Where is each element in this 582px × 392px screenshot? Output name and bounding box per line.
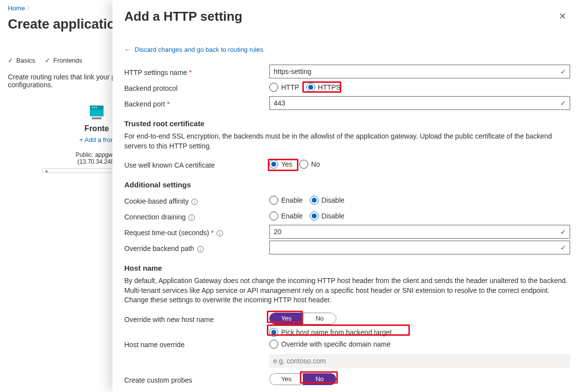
section-trusted-desc: For end-to-end SSL encryption, the backe… [124,132,570,151]
label-host-override: Host name override [124,328,269,349]
close-icon: ✕ [559,11,566,21]
protocol-https-radio[interactable]: HTTPS [306,83,341,92]
protocol-http-radio[interactable]: HTTP [269,83,299,92]
http-setting-form: HTTP settings name * Backend protocol HT… [124,64,570,387]
ca-no-radio[interactable]: No [299,160,320,169]
override-path-input[interactable] [269,241,570,254]
close-button[interactable]: ✕ [555,9,570,24]
section-hostname-heading: Host name [124,264,570,272]
label-override-path: Override backend path [124,245,194,252]
panel-title: Add a HTTP setting [124,9,242,24]
cookie-disable-radio[interactable]: Disable [310,196,345,205]
pick-backend-radio[interactable]: Pick host name from backend target [269,328,392,337]
check-icon [45,57,50,64]
label-cookie: Cookie-based affinity [124,197,188,205]
label-drain: Connection draining [124,213,186,221]
drain-enable-radio[interactable]: Enable [269,212,303,220]
label-timeout: Request time-out (seconds) [124,229,209,237]
breadcrumb[interactable]: Home 〉 [8,4,33,12]
http-setting-panel: Add a HTTP setting ✕ ← Discard changes a… [112,0,582,392]
arrow-left-icon: ← [124,46,131,53]
discard-text: Discard changes and go back to routing r… [135,46,263,53]
custom-probes-yes[interactable]: Yes [269,373,303,385]
drain-disable-radio[interactable]: Disable [310,212,345,220]
custom-probes-toggle[interactable]: Yes No [269,373,336,385]
scroll-left-icon[interactable]: ◂ [43,168,49,173]
svg-rect-5 [92,117,102,119]
label-custom-probes: Create custom probes [124,374,269,384]
label-use-ca: Use well known CA certificate [124,159,269,169]
label-protocol: Backend protocol [124,82,269,92]
label-override-host: Override with new host name [124,314,269,323]
frontend-icon [88,104,106,121]
label-name: HTTP settings name [124,69,187,76]
chevron-right-icon: 〉 [27,4,33,12]
step-frontends[interactable]: Frontends [45,57,82,64]
breadcrumb-home[interactable]: Home [8,4,25,12]
info-icon[interactable]: i [217,230,223,237]
svg-point-2 [92,107,93,108]
label-port: Backend port [124,100,165,108]
info-icon[interactable]: i [188,214,195,221]
ca-yes-radio[interactable]: Yes [269,160,292,169]
override-host-no[interactable]: No [303,313,336,324]
section-hostname-desc: By default, Application Gateway does not… [124,276,570,305]
specific-domain-radio[interactable]: Override with specific domain name [269,340,391,349]
discard-link[interactable]: ← Discard changes and go back to routing… [124,46,263,53]
svg-point-4 [96,107,97,108]
info-icon[interactable]: i [197,246,204,252]
backend-port-input[interactable] [269,96,570,110]
domain-name-input[interactable] [269,354,570,368]
override-host-yes[interactable]: Yes [269,313,303,324]
step-basics[interactable]: Basics [8,57,35,64]
info-icon[interactable]: i [191,199,198,205]
required-asterisk: * [189,69,191,76]
custom-probes-no[interactable]: No [303,373,336,385]
section-additional-heading: Additional settings [124,180,570,189]
cookie-enable-radio[interactable]: Enable [269,196,303,205]
http-settings-name-input[interactable] [269,65,570,78]
add-frontend-link[interactable]: + Add a fron [79,136,114,143]
check-icon [8,57,13,64]
svg-point-3 [94,107,95,108]
section-trusted-heading: Trusted root certificate [124,119,570,128]
override-host-toggle[interactable]: Yes No [269,313,336,324]
timeout-input[interactable] [269,225,570,239]
